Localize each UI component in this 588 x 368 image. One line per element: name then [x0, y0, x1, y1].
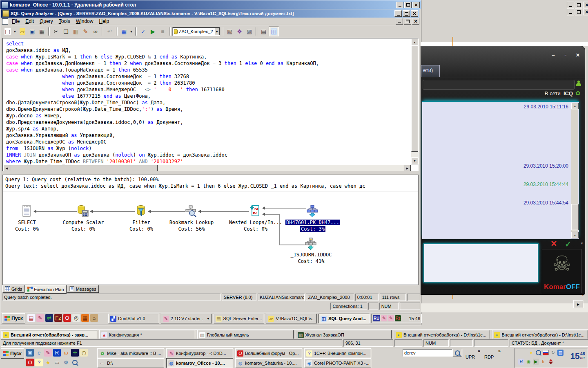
bg1-close-button[interactable]: ×	[583, 2, 588, 8]
language-indicator[interactable]: RU	[373, 315, 380, 321]
gear-icon[interactable]: ⚙	[62, 359, 70, 366]
filezilla-icon[interactable]: Fz	[395, 315, 401, 321]
index-scan-icon[interactable]	[305, 238, 317, 250]
tab-messages[interactable]: Messages	[67, 285, 99, 293]
group-dropdown-icon[interactable]: ▼	[207, 317, 210, 321]
plan-node-label[interactable]: _1SJOURN.IDDOC	[281, 252, 342, 258]
find-button[interactable]: ∞	[91, 27, 100, 36]
updown-icon[interactable]	[548, 359, 554, 365]
menu-file[interactable]: File	[9, 18, 22, 25]
orange-app-icon[interactable]: ω	[62, 349, 70, 357]
star-icon[interactable]: ★	[44, 359, 52, 366]
remote-task-button-3[interactable]: ▱V:\Baza1C_SQL\s...	[266, 314, 317, 323]
icq-chat-tab[interactable]: ети)	[421, 65, 440, 77]
sqa-minimize-button[interactable]	[394, 10, 402, 17]
opera-dark-icon[interactable]: ◎	[72, 314, 80, 322]
menu-tools[interactable]: Tools	[56, 18, 73, 25]
paste-button[interactable]: ▥	[71, 27, 80, 36]
ti-icon[interactable]: ti	[540, 359, 546, 365]
icq-close-button[interactable]: ✕	[575, 53, 581, 58]
icq-message-area[interactable]: 29.03.2010 15:11:1629.03.2010 15:20:0029…	[422, 101, 579, 239]
pane-splitter[interactable]	[1, 171, 419, 175]
nested-loops-icon[interactable]	[249, 205, 261, 217]
index-seek-icon[interactable]	[306, 205, 318, 217]
local-task-button-r1-1[interactable]: ✎Конфигуратор - < D:\D...	[166, 348, 233, 358]
icq-cancel-icon[interactable]: ×	[551, 238, 557, 249]
clock-icon[interactable]: ◷	[80, 349, 88, 357]
icq-send-icon[interactable]: ✓	[565, 239, 572, 249]
filter-icon[interactable]	[135, 205, 147, 217]
filezilla-icon[interactable]: Fz	[54, 314, 62, 322]
local-task-button-r2-3[interactable]: ◉Corel PHOTO-PAINT X3 -...	[304, 358, 371, 368]
remote-start-button[interactable]: Пуск	[2, 313, 25, 323]
1c-v7-icon[interactable]: ✎	[44, 349, 52, 357]
select-icon[interactable]	[20, 205, 33, 217]
icq-minimize-button[interactable]: –	[550, 53, 556, 58]
dropdown-arrow-icon[interactable]: ▼	[13, 27, 17, 36]
open-button[interactable]: ▱	[18, 27, 27, 36]
new-query-button[interactable]: ▢	[3, 27, 12, 36]
menu-edit[interactable]: Edit	[22, 18, 37, 25]
minimize-button[interactable]	[396, 2, 403, 8]
menu-query[interactable]: Query	[37, 18, 56, 25]
rdp-chevron-icon[interactable]: »	[498, 348, 501, 353]
network-dark-icon[interactable]: ✛	[71, 349, 79, 357]
vscroll-thumb[interactable]	[411, 45, 418, 152]
mdi-minimize-button[interactable]	[396, 18, 403, 25]
bg2-restore-button[interactable]	[575, 9, 582, 15]
close-button[interactable]: ×	[412, 2, 420, 8]
bg2-minimize-button[interactable]	[567, 9, 574, 15]
tab-execution-plan[interactable]: Execution Plan	[25, 285, 66, 294]
menu-window[interactable]: Window	[73, 18, 96, 25]
scroll-down-icon[interactable]: ▼	[411, 157, 418, 164]
bg-scroll-right-icon[interactable]: ▶	[573, 300, 583, 308]
local-task-button-r2-1[interactable]: ◍komarov_Oficce - 10....	[166, 358, 233, 368]
r-app-icon[interactable]: R	[53, 349, 61, 357]
properties-button[interactable]: ▤	[259, 27, 268, 36]
remote-task-button-1[interactable]: ✎2 1C:V7 starter ...▼	[161, 314, 212, 323]
execute-button[interactable]: ▶	[148, 27, 158, 36]
sql-editor[interactable]: selectдокЗаявка.iddoc as ИД,case when Жу…	[2, 38, 419, 172]
network-icon[interactable]: ⇄	[45, 314, 53, 322]
object-search-button[interactable]: ❖	[235, 27, 244, 36]
local-task-button-r1-3[interactable]: ?1С++: Внешняя компон...	[304, 348, 371, 358]
rdp-titlebar[interactable]: komarov_Oficce - 10.0.1.1 - Удаленный ра…	[0, 0, 421, 9]
bg1-minimize-button[interactable]	[567, 2, 574, 8]
magnifier-icon[interactable]	[535, 350, 541, 356]
sqa-close-button[interactable]: ×	[411, 10, 418, 17]
grid-orange-icon[interactable]: ▦	[81, 314, 89, 322]
plan-node-label[interactable]: Nested Loops/In...	[225, 220, 286, 225]
taskbar-search-input[interactable]	[403, 349, 452, 357]
editor-horizontal-scrollbar[interactable]: ◀ ▶	[3, 165, 411, 171]
tab-grids[interactable]: Grids	[2, 285, 24, 293]
results-pane-button[interactable]: ◫	[269, 27, 279, 36]
remote-task-button-4[interactable]: ◫SQL Query Anal...	[318, 314, 370, 323]
sqa-titlebar[interactable]: SQL Query Analyzer - [Query - SERVER.ZAO…	[1, 9, 419, 18]
update-icon[interactable]: ↻	[550, 350, 556, 356]
local-start-button[interactable]: Пуск	[1, 348, 24, 359]
icq-scroll-up-icon[interactable]: ▲	[571, 103, 579, 109]
toolbar-rdp-label[interactable]: RDP	[484, 355, 494, 359]
mdi-close-button[interactable]: ×	[412, 18, 419, 25]
mode-grid-button[interactable]: ▦	[119, 27, 129, 36]
bulb-icon[interactable]: ●	[528, 350, 534, 356]
taskbar-search-button[interactable]	[452, 349, 462, 357]
stop-button[interactable]: ■	[158, 27, 167, 36]
bookmark-lookup-icon[interactable]	[185, 205, 197, 217]
home-icon[interactable]: ⌂	[90, 314, 98, 322]
combo-dropdown-icon[interactable]: ▼	[214, 28, 220, 35]
tray-clock[interactable]: 15 46пн	[570, 352, 585, 360]
icq-more-icon[interactable]: ▼	[580, 242, 584, 245]
icq-restore-button[interactable]: ▫	[563, 53, 568, 58]
mdi-restore-button[interactable]	[404, 18, 411, 25]
compute-scalar-icon[interactable]	[77, 205, 89, 217]
help-doc-icon[interactable]: ?	[35, 359, 43, 366]
object-browser-button[interactable]: ▧	[225, 27, 234, 36]
ru-flag-icon[interactable]	[543, 350, 549, 356]
menu-help[interactable]: Help	[96, 18, 112, 25]
toolbar-upr-label[interactable]: UPR	[466, 355, 475, 359]
cut-button[interactable]: ✂	[51, 27, 61, 36]
plan-node-label[interactable]: Compute Scalar	[53, 220, 114, 225]
icq-reply-input[interactable]	[423, 243, 539, 283]
undo-button[interactable]: ↶	[105, 27, 114, 36]
